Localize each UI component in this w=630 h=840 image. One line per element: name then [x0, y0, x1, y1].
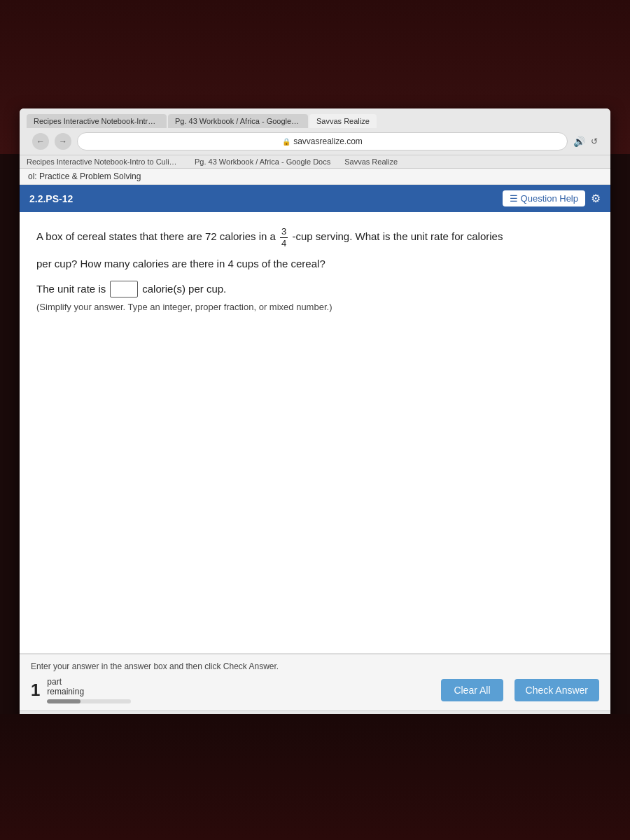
- refresh-button[interactable]: ↺: [591, 136, 598, 146]
- browser-tabs: Recipes Interactive Notebook-Intro to Cu…: [27, 114, 603, 128]
- part-number: 1: [31, 680, 40, 700]
- speaker-button[interactable]: 🔊: [573, 136, 585, 147]
- tab-recipes[interactable]: Recipes Interactive Notebook-Intro to Cu…: [27, 114, 167, 128]
- bookmark-savvas[interactable]: Savvas Realize: [344, 158, 398, 166]
- question-help-button[interactable]: ☰ Question Help: [503, 190, 585, 206]
- list-icon: ☰: [510, 193, 518, 204]
- question-line2: per cup? How many calories are there in …: [36, 255, 594, 272]
- bookmarks-bar: Recipes Interactive Notebook-Intro to Cu…: [20, 155, 610, 169]
- footer-hint: Enter your answer in the answer box and …: [31, 662, 599, 671]
- forward-nav-button[interactable]: →: [55, 133, 71, 150]
- browser-content: ol: Practice & Problem Solving 2.2.PS-12…: [20, 169, 610, 749]
- browser-chrome: Recipes Interactive Notebook-Intro to Cu…: [20, 108, 610, 155]
- question-footer: Enter your answer in the answer box and …: [20, 654, 610, 710]
- breadcrumb: ol: Practice & Problem Solving: [20, 169, 610, 185]
- progress-bar-fill: [47, 699, 80, 704]
- lock-icon: 🔒: [282, 138, 290, 146]
- header-right: ☰ Question Help ⚙: [503, 190, 601, 206]
- question-id: 2.2.PS-12: [29, 193, 73, 204]
- gear-button[interactable]: ⚙: [591, 192, 601, 205]
- question-body: A box of cereal states that there are 72…: [20, 212, 610, 654]
- question-text: A box of cereal states that there are 72…: [36, 226, 594, 248]
- part-text: part remaining: [47, 677, 131, 704]
- fraction: 3 4: [280, 226, 288, 248]
- browser-window: Recipes Interactive Notebook-Intro to Cu…: [20, 108, 610, 749]
- simplify-note: (Simplify your answer. Type an integer, …: [36, 300, 594, 315]
- check-answer-button[interactable]: Check Answer: [514, 679, 599, 701]
- bookmark-recipes[interactable]: Recipes Interactive Notebook-Intro to Cu…: [27, 158, 181, 166]
- main-content: 2.2.PS-12 ☰ Question Help ⚙ A box of cer…: [20, 185, 610, 749]
- tab-savvas[interactable]: Savvas Realize: [309, 114, 377, 128]
- question-header: 2.2.PS-12 ☰ Question Help ⚙: [20, 185, 610, 212]
- clear-all-button[interactable]: Clear All: [441, 679, 503, 701]
- fraction-display: 3 4: [279, 230, 292, 242]
- tab-workbook[interactable]: Pg. 43 Workbook / Africa - Google Docs: [168, 114, 308, 128]
- part-info: 1 part remaining: [31, 677, 131, 704]
- unit-rate-input[interactable]: [110, 281, 138, 298]
- back-nav-button[interactable]: ←: [32, 133, 49, 150]
- answer-line: The unit rate is calorie(s) per cup.: [36, 281, 594, 298]
- address-bar: ← → 🔒 savvasrealize.com 🔊 ↺: [27, 128, 603, 155]
- laptop-bottom: [0, 714, 630, 840]
- footer-controls: 1 part remaining Clear All Check Answer: [31, 677, 599, 704]
- address-field[interactable]: 🔒 savvasrealize.com: [77, 132, 568, 150]
- bookmark-workbook[interactable]: Pg. 43 Workbook / Africa - Google Docs: [195, 158, 330, 166]
- progress-bar-container: [47, 699, 131, 704]
